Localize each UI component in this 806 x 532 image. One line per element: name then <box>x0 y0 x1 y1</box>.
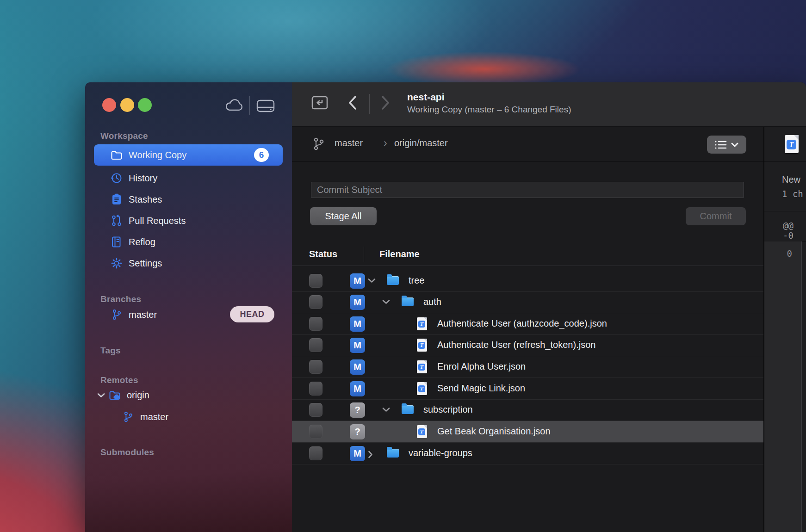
forward-button[interactable] <box>380 95 391 111</box>
stage-checkbox[interactable] <box>309 338 322 352</box>
sidebar-section-workspace: Workspace <box>100 131 148 141</box>
repo-subtitle: Working Copy (master – 6 Changed Files) <box>407 105 571 115</box>
foldercloud-icon <box>109 389 121 401</box>
file-row-send-magic-link-json[interactable]: MTSend Magic Link.json <box>292 378 764 400</box>
commit-button[interactable]: Commit <box>686 207 746 225</box>
stage-checkbox[interactable] <box>309 274 322 288</box>
file-row-tree[interactable]: Mtree <box>292 270 764 292</box>
repo-title: nest-api <box>407 92 445 103</box>
stage-checkbox[interactable] <box>309 317 322 331</box>
chevron-down-icon[interactable] <box>97 393 105 398</box>
sidebar-section-remotes: Remotes <box>100 375 138 385</box>
file-row-variable-groups[interactable]: Mvariable-groups <box>292 443 764 464</box>
sidebar-item-master[interactable]: master <box>94 406 283 427</box>
column-divider <box>364 247 364 262</box>
stage-checkbox[interactable] <box>309 403 322 417</box>
sidebar-item-settings[interactable]: Settings <box>94 253 283 274</box>
file-name: auth <box>423 297 441 307</box>
book-icon <box>111 236 123 248</box>
pullrequest-icon <box>111 215 123 227</box>
current-branch[interactable]: master <box>335 138 363 148</box>
folder-icon <box>402 297 414 306</box>
folder-icon <box>402 405 414 414</box>
sidebar-section-branches: Branches <box>100 294 141 304</box>
file-row-authenticate-user-authzcode-code-json[interactable]: MTAuthenticate User (authzcode_code).jso… <box>292 313 764 335</box>
diff-file-header: T <box>764 127 806 162</box>
clipboard-icon <box>111 193 123 205</box>
file-name: Authenticate User (refresh_token).json <box>437 340 595 350</box>
sidebar-item-label: Working Copy <box>129 150 186 161</box>
chevron-right-icon[interactable] <box>368 451 373 458</box>
sidebar-item-label: master <box>140 412 168 422</box>
sidebar-item-pull-requests[interactable]: Pull Requests <box>94 210 283 231</box>
json-document-icon: T <box>417 360 427 373</box>
json-document-icon: T <box>417 317 427 330</box>
commit-subject-input[interactable] <box>311 182 744 198</box>
stage-checkbox[interactable] <box>309 446 322 460</box>
diff-status-label: New <box>782 174 800 185</box>
diff-changes-text: 1 ch <box>782 189 803 199</box>
status-badge: M <box>350 359 365 375</box>
view-options-button[interactable] <box>707 136 746 154</box>
branch-bar: master › origin/master <box>292 127 764 162</box>
enter-folder-icon[interactable] <box>311 94 329 111</box>
sidebar-item-label: Stashes <box>129 194 162 205</box>
status-badge: M <box>350 316 365 332</box>
app-window: WorkspaceWorking Copy6HistoryStashesPull… <box>85 82 806 532</box>
diff-hunk-text: @@ -0 <box>783 220 806 241</box>
sidebar-item-origin[interactable]: origin <box>94 384 283 406</box>
changed-count-badge: 6 <box>254 148 269 162</box>
diff-panel: T New 1 ch @@ -0 0 <box>764 127 806 532</box>
file-row-get-beak-organisation-json[interactable]: ?TGet Beak Organisation.json <box>292 421 764 443</box>
branch-icon <box>313 137 324 151</box>
sidebar-item-stashes[interactable]: Stashes <box>94 189 283 210</box>
file-row-auth[interactable]: Mauth <box>292 291 764 313</box>
file-row-authenticate-user-refresh-token-json[interactable]: MTAuthenticate User (refresh_token).json <box>292 334 764 356</box>
sidebar-item-working-copy[interactable]: Working Copy6 <box>94 144 283 166</box>
branch-icon <box>122 411 134 423</box>
upstream-branch[interactable]: origin/master <box>394 138 448 148</box>
json-document-icon: T <box>417 425 427 438</box>
status-badge: M <box>350 295 365 310</box>
sidebar-item-history[interactable]: History <box>94 167 283 189</box>
sidebar-item-label: Reflog <box>129 237 155 247</box>
status-badge: ? <box>350 402 365 418</box>
status-badge: ? <box>350 424 365 439</box>
back-button[interactable] <box>347 95 358 111</box>
chevron-down-icon[interactable] <box>368 278 376 283</box>
file-name: variable-groups <box>409 448 472 458</box>
stage-checkbox[interactable] <box>309 382 322 396</box>
stage-checkbox[interactable] <box>309 360 322 374</box>
main-region: nest-api Working Copy (master – 6 Change… <box>292 82 806 532</box>
nav-divider <box>369 94 370 114</box>
branch-separator: › <box>384 137 387 149</box>
sidebar-item-label: origin <box>127 390 149 401</box>
stage-checkbox[interactable] <box>309 295 322 309</box>
sidebar: WorkspaceWorking Copy6HistoryStashesPull… <box>85 82 292 532</box>
folder-icon <box>387 276 399 285</box>
history-icon <box>111 172 123 184</box>
file-row-subscription[interactable]: ?subscription <box>292 399 764 421</box>
chevron-down-icon[interactable] <box>382 299 390 304</box>
status-badge: M <box>350 273 365 289</box>
sidebar-section-submodules: Submodules <box>100 447 154 458</box>
stage-checkbox[interactable] <box>309 425 322 439</box>
file-table-header: Status Filename <box>292 244 764 266</box>
sidebar-item-label: Settings <box>129 258 162 269</box>
stage-all-button[interactable]: Stage All <box>310 207 377 225</box>
sidebar-item-reflog[interactable]: Reflog <box>94 231 283 253</box>
file-name: Send Magic Link.json <box>437 383 525 394</box>
sidebar-section-tags: Tags <box>100 346 121 356</box>
chevron-down-icon[interactable] <box>382 407 390 412</box>
file-row-enrol-alpha-user-json[interactable]: MTEnrol Alpha User.json <box>292 356 764 378</box>
column-filename[interactable]: Filename <box>379 249 420 260</box>
document-icon: T <box>785 135 799 153</box>
file-list: MtreeMauthMTAuthenticate User (authzcode… <box>292 266 764 532</box>
folder-icon <box>387 449 399 458</box>
file-name: Authenticate User (authzcode_code).json <box>437 318 607 329</box>
column-status[interactable]: Status <box>309 249 337 260</box>
head-badge: HEAD <box>230 306 274 322</box>
sidebar-item-label: Pull Requests <box>129 216 186 226</box>
status-badge: M <box>350 381 365 396</box>
list-view-icon <box>715 140 727 149</box>
